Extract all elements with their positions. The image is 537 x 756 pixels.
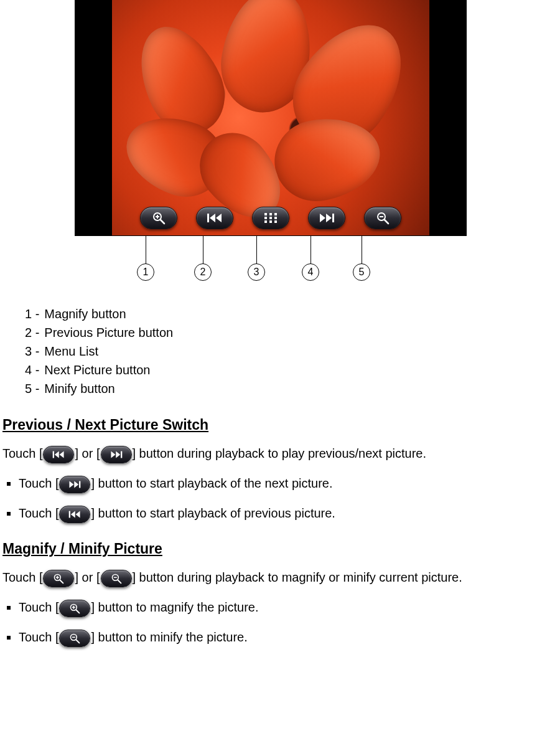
zoom-in-icon-inline [59, 600, 90, 617]
magnify-minify-intro: Touch [] or [] button during playback to… [2, 567, 535, 587]
callout-number: 5 [353, 263, 370, 281]
bullet-next: Touch [] button to start playback of the… [19, 473, 535, 493]
svg-marker-28 [70, 481, 74, 488]
text: ] or [ [75, 570, 100, 584]
picture-viewer [75, 0, 467, 236]
text: Touch [ [19, 630, 58, 644]
legend-label: Magnify button [44, 305, 126, 323]
zoom-out-icon [376, 211, 390, 225]
svg-rect-7 [264, 213, 267, 215]
bullet-minify: Touch [] button to minify the picture. [19, 627, 535, 647]
callout-5: 5 [353, 236, 370, 281]
skip-forward-icon-inline [101, 446, 132, 463]
legend-label: Minify button [44, 379, 114, 398]
skip-back-icon-inline [59, 506, 90, 523]
device-screenshot [75, 0, 467, 236]
svg-rect-9 [274, 213, 277, 215]
bullet-magnify: Touch [] button to magnify the picture. [19, 597, 535, 617]
svg-marker-16 [320, 214, 325, 222]
legend-item: 2 -Previous Picture button [25, 323, 535, 342]
text: ] button to start playback of previous p… [91, 506, 335, 520]
menu-list-button[interactable] [252, 207, 289, 229]
text: ] button to start playback of the next p… [91, 476, 332, 490]
callout-number: 3 [248, 263, 265, 281]
skip-back-icon-inline [43, 446, 74, 463]
callout-number: 2 [194, 263, 212, 281]
svg-rect-12 [274, 217, 277, 219]
svg-line-46 [77, 640, 80, 643]
svg-rect-27 [121, 451, 122, 458]
bullet-previous: Touch [] button to start playback of pre… [19, 503, 535, 523]
text: ] button during playback to magnify or m… [133, 570, 462, 584]
text: ] button to minify the picture. [91, 630, 247, 644]
legend-num: 5 - [25, 379, 39, 398]
callout-1: 1 [137, 236, 154, 281]
svg-marker-26 [116, 451, 120, 458]
minify-button[interactable] [364, 207, 401, 229]
flower-image [112, 0, 429, 235]
svg-line-35 [60, 580, 63, 583]
svg-marker-29 [75, 481, 79, 488]
legend-item: 5 -Minify button [25, 379, 535, 398]
legend-label: Next Picture button [44, 361, 150, 379]
legend-num: 4 - [25, 361, 39, 379]
svg-rect-18 [332, 214, 334, 222]
text: Touch [ [19, 600, 58, 614]
svg-rect-13 [264, 220, 267, 223]
text: Touch [ [2, 447, 42, 460]
callout-4: 4 [302, 236, 319, 281]
text: ] button to magnify the picture. [91, 600, 258, 614]
callout-labels: 1 2 3 4 5 [75, 236, 467, 292]
section-heading-prev-next: Previous / Next Picture Switch [2, 417, 535, 433]
legend-label: Previous Picture button [44, 323, 173, 342]
zoom-out-icon-inline [101, 570, 132, 587]
text: Touch [ [19, 476, 58, 490]
svg-rect-10 [264, 217, 267, 219]
svg-line-1 [161, 220, 164, 224]
svg-marker-23 [55, 451, 59, 458]
svg-marker-25 [111, 451, 115, 458]
text: Touch [ [19, 506, 58, 520]
prev-next-bullets: Touch [] button to start playback of the… [2, 473, 535, 523]
legend-num: 3 - [25, 342, 39, 361]
text: Touch [ [2, 570, 42, 584]
button-legend: 1 -Magnify button 2 -Previous Picture bu… [25, 305, 535, 398]
section-heading-magnify-minify: Magnify / Minify Picture [2, 541, 535, 557]
skip-forward-icon [319, 212, 335, 224]
grid-icon [264, 212, 278, 224]
skip-back-icon [207, 212, 223, 224]
svg-line-39 [118, 580, 121, 583]
svg-marker-24 [60, 451, 64, 458]
control-bar [75, 207, 467, 229]
svg-rect-11 [269, 217, 272, 219]
svg-line-42 [77, 610, 80, 613]
callout-number: 4 [302, 263, 319, 281]
legend-item: 1 -Magnify button [25, 305, 535, 323]
legend-num: 2 - [25, 323, 39, 342]
zoom-in-icon [152, 211, 166, 225]
svg-rect-14 [269, 220, 272, 223]
legend-item: 4 -Next Picture button [25, 361, 535, 379]
svg-rect-30 [79, 481, 80, 488]
text: ] or [ [75, 447, 100, 460]
skip-forward-icon-inline [59, 476, 90, 493]
previous-picture-button[interactable] [196, 207, 233, 229]
svg-line-20 [385, 220, 388, 224]
svg-rect-31 [69, 511, 70, 517]
svg-marker-33 [76, 511, 80, 517]
next-picture-button[interactable] [308, 207, 345, 229]
legend-num: 1 - [25, 305, 39, 323]
svg-marker-6 [216, 214, 222, 222]
magnify-button[interactable] [140, 207, 177, 229]
svg-marker-5 [210, 214, 215, 222]
svg-marker-17 [326, 214, 332, 222]
legend-item: 3 -Menu List [25, 342, 535, 361]
magnify-minify-bullets: Touch [] button to magnify the picture. … [2, 597, 535, 647]
prev-next-intro: Touch [] or [] button during playback to… [2, 443, 535, 463]
svg-rect-8 [269, 213, 272, 215]
zoom-in-icon-inline [43, 570, 74, 587]
callout-2: 2 [194, 236, 212, 281]
svg-rect-4 [207, 214, 209, 222]
callout-number: 1 [137, 263, 154, 281]
text: ] button during playback to play previou… [133, 447, 427, 460]
